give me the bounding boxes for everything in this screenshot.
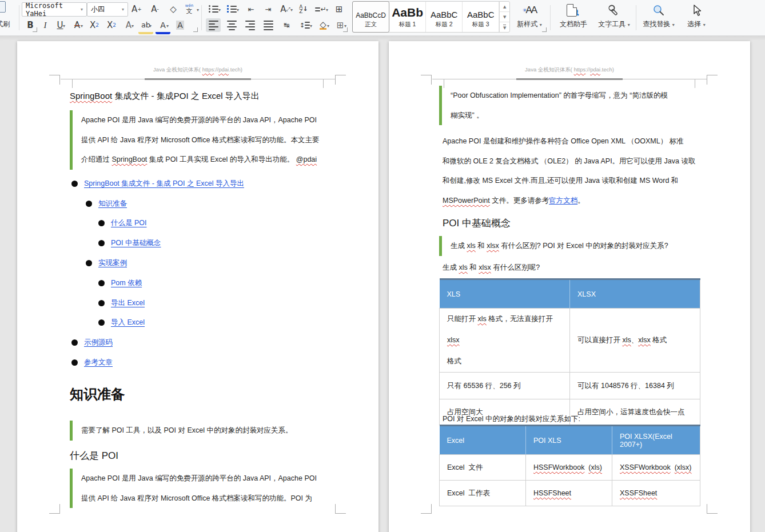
style-label: 标题 3 xyxy=(472,21,489,29)
toc-item: 参考文章 xyxy=(70,353,344,373)
format-painter-label[interactable]: 式刷 xyxy=(0,19,10,29)
style-preview: AaBbCcD xyxy=(356,3,386,19)
decrease-font-button[interactable]: A- xyxy=(148,2,162,16)
margin-mark xyxy=(335,75,346,85)
align-center-button[interactable] xyxy=(224,18,239,32)
character-shading-button[interactable]: A xyxy=(173,18,188,32)
heading-1: 知识准备 xyxy=(70,385,125,403)
chevron-down-icon[interactable]: ▾ xyxy=(237,7,239,13)
toc-link[interactable]: 知识准备 xyxy=(98,199,127,209)
heading-2: POI 中基础概念 xyxy=(443,217,511,230)
document-canvas: ▾ Java 全栈知识体系( https://pdai.tech) Spring… xyxy=(0,41,765,532)
quote-block: “Poor Obfuscation Implementation” 的首字母缩写… xyxy=(439,86,709,125)
insert-table-button[interactable]: ⊞ xyxy=(332,2,346,16)
underline-button[interactable]: U xyxy=(53,18,67,32)
style-item-标题1[interactable]: AaBb标题 1 xyxy=(389,2,426,32)
font-dialog-launcher[interactable] xyxy=(193,27,198,32)
align-left-button[interactable] xyxy=(206,18,221,32)
increase-font-button[interactable]: A+ xyxy=(129,2,144,16)
style-preview: AaBbC xyxy=(431,3,458,19)
column-header: XLSX xyxy=(570,279,700,309)
doc-assistant-button[interactable]: 文档助手 xyxy=(553,2,593,34)
table-cell: 占用空间小，运算速度也会快一点 xyxy=(570,399,700,425)
chevron-down-icon[interactable]: ▾ xyxy=(166,23,169,29)
table-row: Excel 文件HSSFWorkbook (xls)XSSFWorkbook (… xyxy=(440,455,700,481)
clear-format-button[interactable]: ◇ xyxy=(166,2,181,16)
chevron-down-icon[interactable]: ▾ xyxy=(149,23,152,29)
chevron-down-icon[interactable]: ▾ xyxy=(327,23,329,29)
heading-2: 什么是 POI xyxy=(70,449,118,462)
format-painter-icon[interactable] xyxy=(0,1,6,13)
font-name-combobox[interactable]: Microsoft YaHei ▾ xyxy=(22,2,87,17)
chevron-down-icon[interactable]: ▾ xyxy=(63,23,65,29)
chevron-down-icon[interactable]: ▾ xyxy=(122,7,124,12)
data-table: XLSXLSX只能打开 xls 格式，无法直接打开 xlsx格式可以直接打开 x… xyxy=(439,278,700,425)
select-button[interactable]: 选择 ▾ xyxy=(682,2,711,34)
style-label: 标题 1 xyxy=(399,21,416,29)
table-row: 只有 65536 行、256 列可以有 1048576 行、16384 列 xyxy=(440,373,700,399)
decrease-indent-button[interactable]: ⇤ xyxy=(244,2,258,16)
chevron-down-icon[interactable]: ▾ xyxy=(326,7,328,13)
style-item-标题3[interactable]: AaBbC标题 3 xyxy=(463,2,499,32)
toc-item: Pom 依赖 xyxy=(70,273,344,293)
toc-link[interactable]: SpringBoot 集成文件 - 集成 POI 之 Excel 导入导出 xyxy=(84,179,244,189)
paragraph-dialog-launcher[interactable] xyxy=(343,27,348,32)
style-item-标题2[interactable]: AaBbC标题 2 xyxy=(426,2,463,32)
gallery-scroll-up-icon[interactable]: ▲ xyxy=(500,2,509,12)
chevron-down-icon[interactable]: ▾ xyxy=(218,7,221,13)
styles-dialog-launcher[interactable] xyxy=(542,27,547,32)
style-item-正文[interactable]: AaBbCcD正文 xyxy=(352,1,389,33)
table-cell: 可以直接打开 xls、xlsx 格式 xyxy=(570,309,700,373)
cursor-arrow-icon xyxy=(682,2,711,19)
font-size-combobox[interactable]: 小四 ▾ xyxy=(87,2,128,17)
document-wrench-icon xyxy=(553,2,593,19)
hyperlink[interactable]: 官方文档 xyxy=(549,197,577,205)
chevron-down-icon[interactable]: ▾ xyxy=(81,23,83,29)
toc-link[interactable]: 示例源码 xyxy=(84,338,113,347)
toc-link[interactable]: 导出 Excel xyxy=(111,298,145,308)
column-header: XLS xyxy=(440,279,570,309)
align-right-button[interactable] xyxy=(242,18,257,32)
clipboard-dialog-launcher[interactable] xyxy=(33,27,37,32)
chevron-down-icon[interactable]: ▾ xyxy=(132,23,134,29)
gallery-more-icon[interactable]: ▼ xyxy=(500,22,509,32)
sort-button[interactable]: AZ ↓ xyxy=(296,2,311,16)
quote-block: 需要了解 POI 工具，以及 POI 对 Excel 中的对象的封装对应关系。 xyxy=(70,421,337,441)
ribbon-toolbar: 式刷 Microsoft YaHei ▾ 小四 ▾ A+ A- ◇ wén文 ▾… xyxy=(0,0,765,36)
italic-button[interactable]: I xyxy=(38,18,53,32)
chevron-down-icon[interactable]: ▾ xyxy=(310,23,312,29)
font-name-value: Microsoft YaHei xyxy=(26,2,81,18)
toc-link[interactable]: 参考文章 xyxy=(84,358,113,367)
toc-item: SpringBoot 集成文件 - 集成 POI 之 Excel 导入导出 xyxy=(70,174,344,194)
quote-text: 需要了解 POI 工具，以及 POI 对 Excel 中的对象的封装对应关系。 xyxy=(73,421,292,441)
toc-link[interactable]: POI 中基础概念 xyxy=(111,238,161,248)
toc-link[interactable]: 什么是 POI xyxy=(111,218,147,228)
distribute-button[interactable]: ↹ xyxy=(279,18,294,32)
new-style-icon: ✳AA xyxy=(511,2,548,19)
text-tools-button[interactable]: 文字工具 ▾ xyxy=(595,2,633,34)
subscript-button[interactable]: X2 xyxy=(104,18,119,32)
toc-link[interactable]: Pom 依赖 xyxy=(111,278,142,288)
table-cell: 可以有 1048576 行、16384 列 xyxy=(570,373,700,399)
quote-text: Apache POI 是用 Java 编写的免费开源的跨平台的 Java API… xyxy=(73,110,320,170)
font-size-value: 小四 xyxy=(91,5,122,14)
chevron-down-icon[interactable]: ▾ xyxy=(290,7,293,13)
toc-link[interactable]: 实现案例 xyxy=(98,258,127,268)
lead-text: 生成 xls 和 xlsx 有什么区别呢? xyxy=(443,263,540,273)
toc-link[interactable]: 导入 Excel xyxy=(111,318,145,327)
wrench-icon xyxy=(595,2,633,19)
gallery-scroll: ▲ ▼ ▼ xyxy=(499,2,509,32)
pinyin-guide-button[interactable]: wén文 xyxy=(182,2,197,16)
chevron-down-icon[interactable]: ▾ xyxy=(197,7,199,13)
justify-button[interactable] xyxy=(261,18,276,32)
superscript-button[interactable]: X2 xyxy=(87,18,102,32)
lead-text: POI 对 Excel 中的对象的封装对应关系如下: xyxy=(443,414,580,424)
bullet-icon xyxy=(98,280,105,286)
gallery-scroll-down-icon[interactable]: ▼ xyxy=(500,12,509,22)
text-effects-button[interactable]: A xyxy=(121,18,136,32)
increase-indent-button[interactable]: ⇥ xyxy=(261,2,276,16)
quote-text: 生成 xls 和 xlsx 有什么区别? POI 对 Excel 中的对象的封装… xyxy=(442,236,668,256)
chevron-down-icon[interactable]: ▾ xyxy=(81,7,83,12)
find-replace-button[interactable]: 查找替换 ▾ xyxy=(638,2,679,34)
toolbar-separator xyxy=(201,5,202,30)
